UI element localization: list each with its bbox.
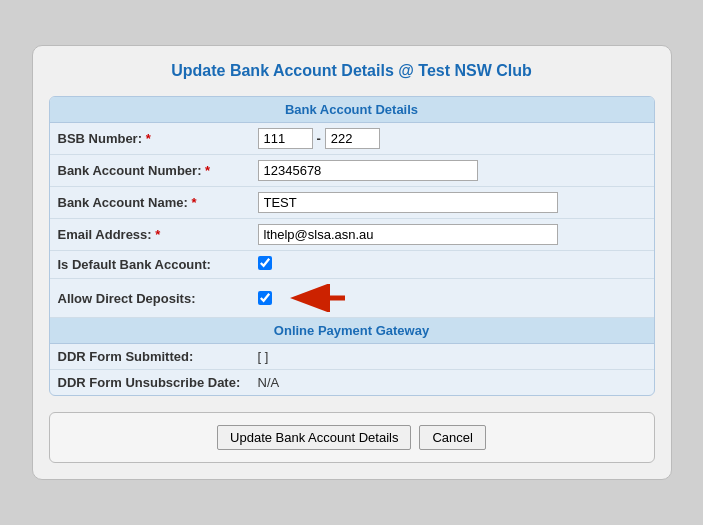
bsb-inputs: - (258, 128, 646, 149)
online-payment-header: Online Payment Gateway (50, 318, 654, 344)
bsb-label: BSB Number: * (58, 131, 258, 146)
ddr-submitted-row: DDR Form Submitted: [ ] (50, 344, 654, 370)
bsb-separator: - (317, 131, 321, 146)
bsb-row: BSB Number: * - (50, 123, 654, 155)
form-box: Bank Account Details BSB Number: * - Ban… (49, 96, 655, 396)
direct-deposits-label: Allow Direct Deposits: (58, 291, 258, 306)
submit-button[interactable]: Update Bank Account Details (217, 425, 411, 450)
bank-details-header: Bank Account Details (50, 97, 654, 123)
direct-deposits-checkbox[interactable] (258, 291, 272, 305)
page-title: Update Bank Account Details @ Test NSW C… (49, 62, 655, 80)
account-name-input[interactable] (258, 192, 558, 213)
ddr-unsubscribe-value: N/A (258, 375, 646, 390)
account-name-row: Bank Account Name: * (50, 187, 654, 219)
account-number-input[interactable] (258, 160, 478, 181)
email-label: Email Address: * (58, 227, 258, 242)
direct-deposits-row: Allow Direct Deposits: (50, 279, 654, 318)
main-container: Update Bank Account Details @ Test NSW C… (32, 45, 672, 480)
ddr-unsubscribe-label: DDR Form Unsubscribe Date: (58, 375, 258, 390)
button-area: Update Bank Account Details Cancel (49, 412, 655, 463)
account-name-label: Bank Account Name: * (58, 195, 258, 210)
default-account-row: Is Default Bank Account: (50, 251, 654, 279)
bsb-part1-input[interactable] (258, 128, 313, 149)
email-input[interactable] (258, 224, 558, 245)
bsb-part2-input[interactable] (325, 128, 380, 149)
ddr-submitted-value: [ ] (258, 349, 646, 364)
account-number-label: Bank Account Number: * (58, 163, 258, 178)
red-arrow-icon (290, 284, 350, 312)
ddr-submitted-label: DDR Form Submitted: (58, 349, 258, 364)
account-number-row: Bank Account Number: * (50, 155, 654, 187)
email-row: Email Address: * (50, 219, 654, 251)
default-account-label: Is Default Bank Account: (58, 257, 258, 272)
cancel-button[interactable]: Cancel (419, 425, 485, 450)
default-account-checkbox[interactable] (258, 256, 272, 270)
ddr-unsubscribe-row: DDR Form Unsubscribe Date: N/A (50, 370, 654, 395)
